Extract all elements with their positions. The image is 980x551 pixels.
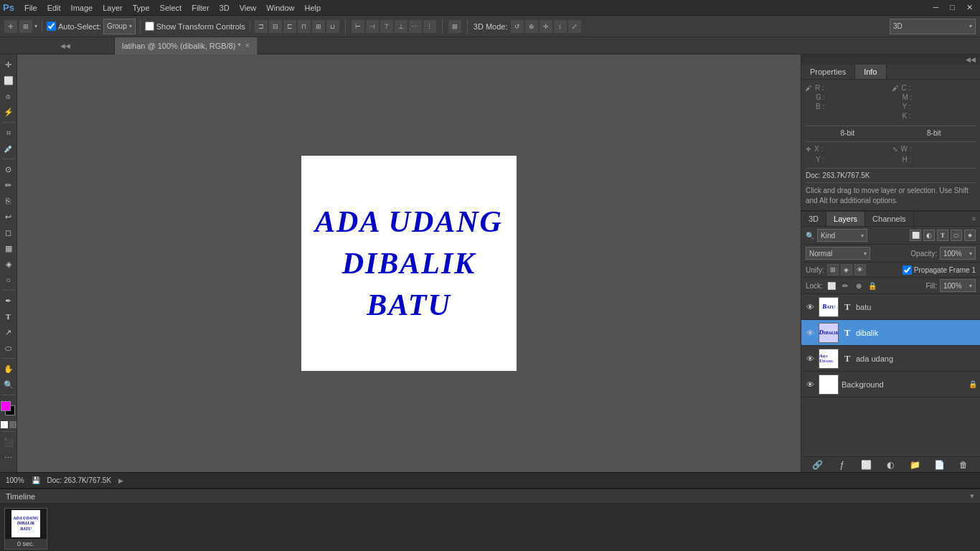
rectangular-select-tool[interactable]: ⬜ xyxy=(1,73,16,88)
adjustment-layer-icon[interactable]: ◐ xyxy=(884,458,897,471)
tab-channels[interactable]: Channels xyxy=(865,212,913,226)
menu-3d[interactable]: 3D xyxy=(215,2,234,14)
blur-tool[interactable]: ◈ xyxy=(1,257,16,271)
spot-heal-tool[interactable]: ⊙ xyxy=(1,162,16,176)
menu-type[interactable]: Type xyxy=(128,2,154,14)
lock-pixels-icon[interactable]: ⬜ xyxy=(826,280,837,291)
doc-size-arrow[interactable]: ▶ xyxy=(118,477,123,484)
autoselect-dropdown[interactable]: Group ▾ xyxy=(103,19,136,34)
tab-3d[interactable]: 3D xyxy=(801,212,826,226)
pen-tool[interactable]: ✒ xyxy=(1,293,16,308)
autoselect-checkbox[interactable] xyxy=(47,22,56,31)
layer-item-dibalik[interactable]: 👁 Dibalik T dibalik xyxy=(801,320,980,346)
layer-eye-dibalik[interactable]: 👁 xyxy=(804,327,816,339)
3d-scale-icon[interactable]: ⤢ xyxy=(568,20,581,33)
layer-eye-batu[interactable]: 👁 xyxy=(804,301,816,313)
eyedropper-tool[interactable]: 💉 xyxy=(1,141,16,156)
lock-artboard-icon[interactable]: ⊕ xyxy=(853,280,864,291)
delete-layer-icon[interactable]: 🗑 xyxy=(957,458,970,471)
menu-edit[interactable]: Edit xyxy=(43,2,65,14)
zoom-tool[interactable]: 🔍 xyxy=(1,377,16,392)
3d-rotate-icon[interactable]: ↺ xyxy=(511,20,524,33)
transform-checkbox[interactable] xyxy=(145,22,154,31)
layer-item-batu[interactable]: 👁 Batu T batu xyxy=(801,294,980,320)
unify-style-icon[interactable]: ◈ xyxy=(841,264,852,276)
move-tool[interactable]: ✛ xyxy=(1,57,16,72)
timeline-collapse-icon[interactable]: ▾ xyxy=(970,491,974,501)
layer-mask-icon[interactable]: ⬜ xyxy=(860,458,873,471)
foreground-color-swatch[interactable] xyxy=(1,401,11,411)
layers-panel-menu[interactable]: ≡ xyxy=(968,212,980,225)
align-right-icon[interactable]: ⊏ xyxy=(283,20,296,33)
crop-tool[interactable]: ⌗ xyxy=(1,126,16,140)
layer-item-ada-udang[interactable]: 👁 Ada Udang T ada udang xyxy=(801,346,980,372)
layer-style-icon[interactable]: ƒ xyxy=(836,458,849,471)
blend-mode-dropdown[interactable]: Normal ▾ xyxy=(806,247,870,260)
opacity-input[interactable]: 100% ▾ xyxy=(940,247,976,260)
lasso-tool[interactable]: ⌾ xyxy=(1,89,16,103)
standard-mode-icon[interactable] xyxy=(1,421,8,428)
unify-visibility-icon[interactable]: 👁 xyxy=(854,264,866,276)
dist-top-icon[interactable]: ⊥ xyxy=(395,20,407,33)
3d-roll-icon[interactable]: ⊕ xyxy=(525,20,538,33)
restore-button[interactable]: □ xyxy=(946,3,959,12)
fill-input[interactable]: 100% ▾ xyxy=(940,279,976,292)
dist-bottom-icon[interactable]: ⋮ xyxy=(423,20,436,33)
sidebar-collapse-bar[interactable]: ◀◀ xyxy=(801,55,980,65)
extra-tools-icon[interactable]: ⋯ xyxy=(1,451,16,465)
brush-tool[interactable]: ✏ xyxy=(1,178,16,192)
3d-select-dropdown[interactable]: 3D ▾ xyxy=(890,19,976,34)
3d-pan-icon[interactable]: ✛ xyxy=(540,20,552,33)
shape-tool[interactable]: ⬭ xyxy=(1,341,16,355)
align-bottom-icon[interactable]: ⊔ xyxy=(326,20,339,33)
lock-position-icon[interactable]: ✏ xyxy=(839,280,851,291)
3d-slide-icon[interactable]: ↕ xyxy=(554,20,567,33)
filter-smart-icon[interactable]: ★ xyxy=(964,230,976,241)
minimize-button[interactable]: ─ xyxy=(929,3,943,12)
menu-select[interactable]: Select xyxy=(156,2,187,14)
filter-type-icon[interactable]: T xyxy=(937,230,948,241)
menu-view[interactable]: View xyxy=(235,2,261,14)
eraser-tool[interactable]: ◻ xyxy=(1,225,16,240)
tab-layers[interactable]: Layers xyxy=(826,212,865,226)
menu-image[interactable]: Image xyxy=(67,2,98,14)
panel-collapse-arrow[interactable]: ◀◀ xyxy=(57,42,73,50)
close-button[interactable]: ✕ xyxy=(962,3,977,12)
align-middle-v-icon[interactable]: ⊞ xyxy=(312,20,325,33)
color-swatches[interactable] xyxy=(1,401,17,417)
lock-all-icon[interactable]: 🔒 xyxy=(867,280,878,291)
path-select-tool[interactable]: ↗ xyxy=(1,325,16,339)
gradient-tool[interactable]: ▦ xyxy=(1,241,16,255)
propagate-checkbox[interactable] xyxy=(903,265,912,275)
filter-adjustment-icon[interactable]: ◐ xyxy=(923,230,935,241)
dist-middle-v-icon[interactable]: ⋯ xyxy=(409,20,422,33)
layer-eye-ada-udang[interactable]: 👁 xyxy=(804,353,816,364)
artboard-tool-icon[interactable]: ⊞ xyxy=(19,20,32,33)
dist-left-icon[interactable]: ⊢ xyxy=(352,20,364,33)
text-tool[interactable]: T xyxy=(1,309,16,324)
tab-properties[interactable]: Properties xyxy=(801,65,855,79)
move-tool-icon[interactable]: ✛ xyxy=(4,20,17,33)
menu-window[interactable]: Window xyxy=(262,2,298,14)
document-tab[interactable]: latihan @ 100% (dibalik, RGB/8) * × xyxy=(115,37,258,55)
dodge-tool[interactable]: ○ xyxy=(1,273,16,287)
timeline-frame-1[interactable]: ADA UDANG DIBALIK BATU 0 sec. xyxy=(4,508,47,550)
new-layer-icon[interactable]: 📄 xyxy=(933,458,946,471)
history-brush-tool[interactable]: ↩ xyxy=(1,209,16,224)
link-layers-icon[interactable]: 🔗 xyxy=(811,458,824,471)
menu-filter[interactable]: Filter xyxy=(187,2,213,14)
clone-stamp-tool[interactable]: ⎘ xyxy=(1,194,16,208)
quick-select-tool[interactable]: ⚡ xyxy=(1,105,16,119)
new-group-icon[interactable]: 📁 xyxy=(908,458,921,471)
layer-eye-background[interactable]: 👁 xyxy=(804,379,816,390)
screen-mode-icon[interactable]: ⬛ xyxy=(1,435,16,449)
align-center-h-icon[interactable]: ⊟ xyxy=(269,20,282,33)
dist-right-icon[interactable]: ⊤ xyxy=(380,20,393,33)
tab-info[interactable]: Info xyxy=(855,65,886,79)
menu-layer[interactable]: Layer xyxy=(98,2,127,14)
hand-tool[interactable]: ✋ xyxy=(1,362,16,376)
filter-shape-icon[interactable]: ⬭ xyxy=(951,230,962,241)
align-left-icon[interactable]: ⊐ xyxy=(255,20,268,33)
quick-mask-icon[interactable] xyxy=(9,421,17,428)
filter-dropdown[interactable]: Kind ▾ xyxy=(817,229,867,242)
